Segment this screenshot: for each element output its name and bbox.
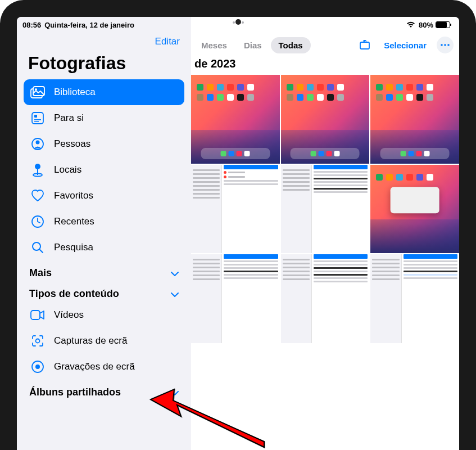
svg-rect-4 xyxy=(34,115,37,118)
svg-point-16 xyxy=(35,364,40,369)
sidebar-item-favorites[interactable]: Favoritos xyxy=(24,183,184,209)
sidebar-item-label: Biblioteca xyxy=(54,87,96,98)
sidebar: Editar Fotografias Biblioteca xyxy=(17,17,191,450)
photo-thumbnail[interactable] xyxy=(370,75,459,164)
library-icon xyxy=(30,85,45,100)
sidebar-item-label: Vídeos xyxy=(54,309,84,321)
record-icon xyxy=(30,359,45,374)
svg-point-19 xyxy=(444,44,446,46)
people-icon xyxy=(30,137,45,151)
tab-all[interactable]: Todas xyxy=(271,37,311,53)
sidebar-item-videos[interactable]: Vídeos xyxy=(24,302,184,328)
edit-button[interactable]: Editar xyxy=(155,36,180,47)
sidebar-item-people[interactable]: Pessoas xyxy=(24,131,184,157)
foryou-icon xyxy=(30,111,45,125)
photo-thumbnail[interactable] xyxy=(191,75,280,164)
sidebar-item-label: Capturas de ecrã xyxy=(54,335,127,346)
sidebar-item-screenshots[interactable]: Capturas de ecrã xyxy=(24,328,184,354)
sidebar-item-label: Para si xyxy=(54,112,84,124)
year-heading: de 2023 xyxy=(191,56,459,75)
chevron-down-icon xyxy=(171,267,179,279)
status-time: 08:56 xyxy=(22,21,41,29)
svg-point-14 xyxy=(36,339,40,343)
photo-grid xyxy=(191,75,459,343)
sidebar-item-recents[interactable]: Recentes xyxy=(24,209,184,235)
sidebar-item-label: Gravações de ecrã xyxy=(54,361,135,372)
photo-thumbnail[interactable] xyxy=(281,165,370,254)
svg-rect-5 xyxy=(34,119,41,120)
sidebar-item-label: Pessoas xyxy=(54,138,90,150)
svg-point-18 xyxy=(441,44,443,46)
main-content: Meses Dias Todas Selecionar de 2 xyxy=(191,17,459,450)
section-shared-albums[interactable]: Álbuns partilhados xyxy=(24,380,184,400)
sidebar-item-label: Favoritos xyxy=(54,190,93,201)
sidebar-item-library[interactable]: Biblioteca xyxy=(24,79,184,105)
chevron-down-icon xyxy=(171,386,179,398)
section-content-types[interactable]: Tipos de conteúdo xyxy=(24,281,184,302)
wifi-icon xyxy=(406,21,415,28)
chevron-down-icon xyxy=(171,288,179,300)
sidebar-item-screenrec[interactable]: Gravações de ecrã xyxy=(24,354,184,380)
sidebar-item-foryou[interactable]: Para si xyxy=(24,105,184,131)
sidebar-item-label: Recentes xyxy=(54,216,94,227)
photo-thumbnail[interactable] xyxy=(281,254,370,343)
photo-thumbnail[interactable] xyxy=(191,165,280,254)
sidebar-item-places[interactable]: Locais xyxy=(24,157,184,183)
more-button[interactable] xyxy=(437,37,454,53)
status-date: Quinta-feira, 12 de janeiro xyxy=(44,21,134,29)
svg-rect-13 xyxy=(31,310,40,320)
device-camera xyxy=(235,19,241,25)
sidebar-item-label: Locais xyxy=(54,164,81,176)
svg-rect-17 xyxy=(360,42,369,49)
sidebar-item-search[interactable]: Pesquisa xyxy=(24,235,184,260)
sidebar-item-label: Pesquisa xyxy=(54,242,93,253)
section-label: Álbuns partilhados xyxy=(29,386,121,398)
svg-rect-3 xyxy=(32,112,43,124)
photo-thumbnail[interactable] xyxy=(191,254,280,343)
search-icon xyxy=(30,240,45,255)
photo-thumbnail[interactable] xyxy=(370,254,459,343)
clock-icon xyxy=(30,214,45,229)
svg-rect-6 xyxy=(34,121,39,122)
section-more[interactable]: Mais xyxy=(24,260,184,281)
tab-months[interactable]: Meses xyxy=(193,37,235,53)
sidebar-title: Fotografias xyxy=(24,52,184,79)
photo-thumbnail[interactable] xyxy=(370,165,459,254)
battery-percent: 80% xyxy=(419,21,433,29)
svg-point-8 xyxy=(36,141,40,145)
select-button[interactable]: Selecionar xyxy=(378,37,432,53)
ellipsis-icon xyxy=(440,44,450,46)
svg-point-20 xyxy=(447,44,450,46)
screenshot-icon xyxy=(30,334,45,348)
photo-thumbnail[interactable] xyxy=(281,75,370,164)
section-label: Tipos de conteúdo xyxy=(29,288,119,300)
time-filter-tabs: Meses Dias Todas xyxy=(193,37,311,53)
aspect-button[interactable] xyxy=(356,36,374,54)
section-label: Mais xyxy=(29,267,52,279)
heart-icon xyxy=(30,188,45,203)
ipad-device-frame: 08:56 Quinta-feira, 12 de janeiro 80% Ed… xyxy=(0,0,476,450)
screen: 08:56 Quinta-feira, 12 de janeiro 80% Ed… xyxy=(17,17,459,450)
video-icon xyxy=(30,308,45,322)
tab-days[interactable]: Dias xyxy=(236,37,270,53)
places-icon xyxy=(30,163,45,177)
battery-icon xyxy=(436,21,450,28)
